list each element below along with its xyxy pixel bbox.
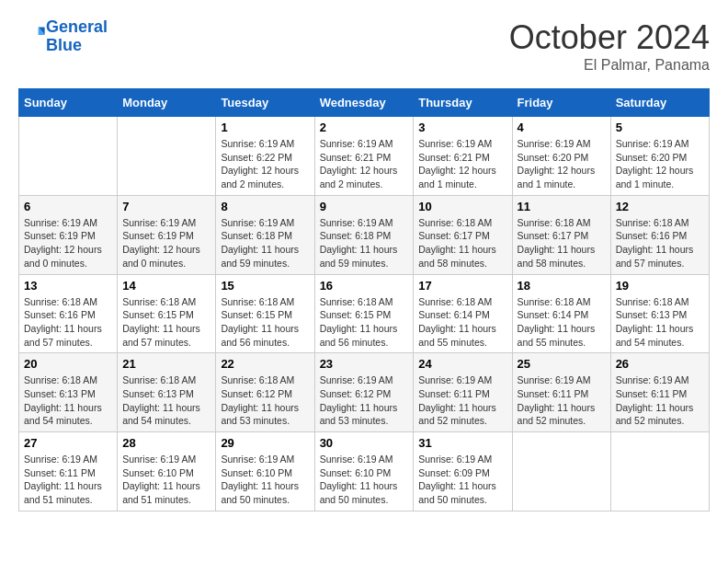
calendar-day-cell: 5Sunrise: 6:19 AMSunset: 6:20 PMDaylight…	[610, 117, 709, 196]
calendar-table: SundayMondayTuesdayWednesdayThursdayFrid…	[18, 88, 710, 511]
day-number: 5	[616, 121, 704, 134]
title-block: October 2024 El Palmar, Panama	[509, 18, 710, 74]
calendar-day-cell: 20Sunrise: 6:18 AMSunset: 6:13 PMDayligh…	[19, 353, 118, 432]
day-number: 3	[418, 121, 506, 134]
day-number: 25	[518, 357, 606, 371]
page-header: GeneralBlue October 2024 El Palmar, Pana…	[18, 18, 710, 74]
day-info: Sunrise: 6:19 AMSunset: 6:11 PMDaylight:…	[24, 453, 112, 507]
day-info: Sunrise: 6:19 AMSunset: 6:11 PMDaylight:…	[616, 373, 704, 428]
calendar-week-row: 1Sunrise: 6:19 AMSunset: 6:22 PMDaylight…	[19, 117, 710, 196]
calendar-day-cell: 17Sunrise: 6:18 AMSunset: 6:14 PMDayligh…	[414, 274, 512, 353]
calendar-day-cell: 11Sunrise: 6:18 AMSunset: 6:17 PMDayligh…	[512, 195, 610, 274]
calendar-day-cell: 8Sunrise: 6:19 AMSunset: 6:18 PMDaylight…	[216, 195, 314, 274]
calendar-week-row: 6Sunrise: 6:19 AMSunset: 6:19 PMDaylight…	[19, 195, 710, 274]
day-of-week-header: Friday	[512, 89, 610, 117]
calendar-day-cell: 31Sunrise: 6:19 AMSunset: 6:09 PMDayligh…	[414, 432, 512, 511]
day-number: 26	[616, 357, 704, 371]
calendar-week-row: 13Sunrise: 6:18 AMSunset: 6:16 PMDayligh…	[19, 274, 710, 353]
calendar-day-cell: 7Sunrise: 6:19 AMSunset: 6:19 PMDaylight…	[118, 195, 216, 274]
day-number: 9	[320, 200, 409, 213]
day-number: 15	[221, 279, 309, 293]
calendar-day-cell: 27Sunrise: 6:19 AMSunset: 6:11 PMDayligh…	[19, 432, 118, 511]
day-number: 28	[122, 436, 210, 450]
calendar-day-cell: 24Sunrise: 6:19 AMSunset: 6:11 PMDayligh…	[414, 353, 512, 432]
day-info: Sunrise: 6:19 AMSunset: 6:09 PMDaylight:…	[418, 453, 506, 507]
calendar-day-cell: 2Sunrise: 6:19 AMSunset: 6:21 PMDaylight…	[314, 117, 414, 196]
day-number: 23	[320, 357, 409, 371]
logo-icon	[20, 22, 46, 48]
day-number: 4	[518, 121, 606, 134]
day-info: Sunrise: 6:18 AMSunset: 6:13 PMDaylight:…	[616, 295, 704, 350]
calendar-day-cell: 18Sunrise: 6:18 AMSunset: 6:14 PMDayligh…	[512, 274, 610, 353]
day-info: Sunrise: 6:19 AMSunset: 6:22 PMDaylight:…	[221, 137, 309, 191]
day-number: 7	[122, 200, 210, 213]
calendar-day-cell: 15Sunrise: 6:18 AMSunset: 6:15 PMDayligh…	[216, 274, 314, 353]
day-info: Sunrise: 6:19 AMSunset: 6:10 PMDaylight:…	[221, 453, 309, 507]
day-of-week-header: Monday	[118, 89, 216, 117]
calendar-day-cell: 28Sunrise: 6:19 AMSunset: 6:10 PMDayligh…	[118, 432, 216, 511]
calendar-day-cell: 22Sunrise: 6:18 AMSunset: 6:12 PMDayligh…	[216, 353, 314, 432]
calendar-day-cell: 29Sunrise: 6:19 AMSunset: 6:10 PMDayligh…	[216, 432, 314, 511]
day-of-week-header: Tuesday	[216, 89, 314, 117]
day-info: Sunrise: 6:19 AMSunset: 6:19 PMDaylight:…	[122, 216, 210, 270]
day-info: Sunrise: 6:19 AMSunset: 6:18 PMDaylight:…	[320, 216, 409, 270]
day-number: 22	[221, 357, 309, 371]
day-of-week-header: Saturday	[610, 89, 709, 117]
day-info: Sunrise: 6:19 AMSunset: 6:20 PMDaylight:…	[518, 137, 606, 191]
day-info: Sunrise: 6:19 AMSunset: 6:11 PMDaylight:…	[418, 373, 506, 428]
day-number: 17	[418, 279, 506, 293]
calendar-day-cell: 13Sunrise: 6:18 AMSunset: 6:16 PMDayligh…	[19, 274, 118, 353]
day-number: 14	[122, 279, 210, 293]
day-info: Sunrise: 6:18 AMSunset: 6:16 PMDaylight:…	[616, 216, 704, 270]
day-info: Sunrise: 6:18 AMSunset: 6:14 PMDaylight:…	[418, 295, 506, 350]
calendar-day-cell	[610, 432, 709, 511]
calendar-day-cell: 25Sunrise: 6:19 AMSunset: 6:11 PMDayligh…	[512, 353, 610, 432]
day-info: Sunrise: 6:19 AMSunset: 6:11 PMDaylight:…	[518, 373, 606, 428]
day-number: 6	[24, 200, 112, 213]
day-info: Sunrise: 6:19 AMSunset: 6:21 PMDaylight:…	[320, 137, 409, 191]
day-number: 10	[418, 200, 506, 213]
day-info: Sunrise: 6:18 AMSunset: 6:12 PMDaylight:…	[221, 373, 309, 428]
day-number: 24	[418, 357, 506, 371]
day-info: Sunrise: 6:19 AMSunset: 6:19 PMDaylight:…	[24, 216, 112, 270]
calendar-day-cell: 1Sunrise: 6:19 AMSunset: 6:22 PMDaylight…	[216, 117, 314, 196]
day-info: Sunrise: 6:19 AMSunset: 6:18 PMDaylight:…	[221, 216, 309, 270]
calendar-day-cell	[19, 117, 118, 196]
calendar-day-cell: 3Sunrise: 6:19 AMSunset: 6:21 PMDaylight…	[414, 117, 512, 196]
day-number: 12	[616, 200, 704, 213]
day-info: Sunrise: 6:19 AMSunset: 6:12 PMDaylight:…	[320, 373, 409, 428]
day-number: 27	[24, 436, 112, 450]
calendar-day-cell	[512, 432, 610, 511]
location: El Palmar, Panama	[509, 57, 710, 74]
calendar-day-cell: 12Sunrise: 6:18 AMSunset: 6:16 PMDayligh…	[610, 195, 709, 274]
calendar-header-row: SundayMondayTuesdayWednesdayThursdayFrid…	[19, 89, 710, 117]
day-info: Sunrise: 6:19 AMSunset: 6:10 PMDaylight:…	[122, 453, 210, 507]
calendar-day-cell: 19Sunrise: 6:18 AMSunset: 6:13 PMDayligh…	[610, 274, 709, 353]
logo-text: GeneralBlue	[46, 18, 108, 55]
day-number: 18	[518, 279, 606, 293]
day-number: 13	[24, 279, 112, 293]
logo: GeneralBlue	[18, 18, 108, 55]
day-number: 20	[24, 357, 112, 371]
day-number: 16	[320, 279, 409, 293]
calendar-day-cell: 14Sunrise: 6:18 AMSunset: 6:15 PMDayligh…	[118, 274, 216, 353]
calendar-day-cell: 26Sunrise: 6:19 AMSunset: 6:11 PMDayligh…	[610, 353, 709, 432]
day-number: 11	[518, 200, 606, 213]
day-of-week-header: Thursday	[414, 89, 512, 117]
calendar-day-cell: 4Sunrise: 6:19 AMSunset: 6:20 PMDaylight…	[512, 117, 610, 196]
day-info: Sunrise: 6:18 AMSunset: 6:15 PMDaylight:…	[320, 295, 409, 350]
day-info: Sunrise: 6:18 AMSunset: 6:13 PMDaylight:…	[122, 373, 210, 428]
day-info: Sunrise: 6:19 AMSunset: 6:21 PMDaylight:…	[418, 137, 506, 191]
day-of-week-header: Sunday	[19, 89, 118, 117]
day-number: 1	[221, 121, 309, 134]
calendar-day-cell: 21Sunrise: 6:18 AMSunset: 6:13 PMDayligh…	[118, 353, 216, 432]
day-number: 19	[616, 279, 704, 293]
day-info: Sunrise: 6:18 AMSunset: 6:14 PMDaylight:…	[518, 295, 606, 350]
day-info: Sunrise: 6:18 AMSunset: 6:15 PMDaylight:…	[221, 295, 309, 350]
calendar-day-cell: 9Sunrise: 6:19 AMSunset: 6:18 PMDaylight…	[314, 195, 414, 274]
day-number: 8	[221, 200, 309, 213]
calendar-day-cell: 6Sunrise: 6:19 AMSunset: 6:19 PMDaylight…	[19, 195, 118, 274]
calendar-day-cell: 23Sunrise: 6:19 AMSunset: 6:12 PMDayligh…	[314, 353, 414, 432]
day-number: 30	[320, 436, 409, 450]
calendar-week-row: 27Sunrise: 6:19 AMSunset: 6:11 PMDayligh…	[19, 432, 710, 511]
